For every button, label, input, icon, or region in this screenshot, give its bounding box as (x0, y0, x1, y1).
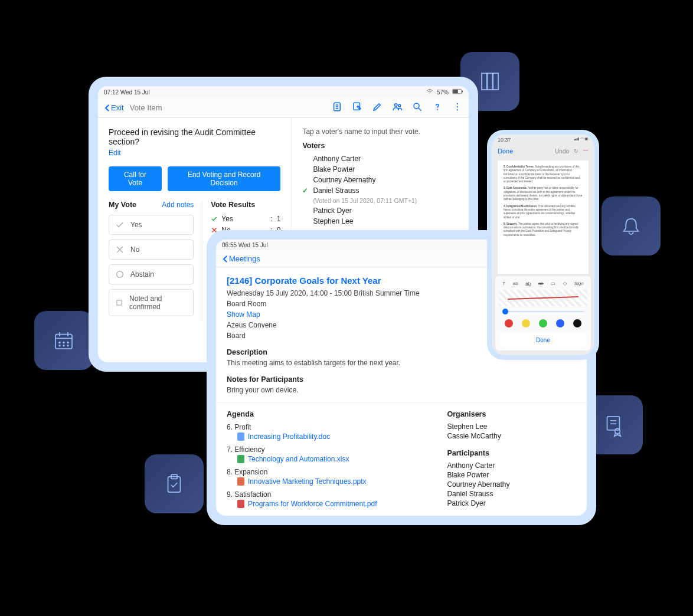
result-count: 1 (277, 215, 281, 223)
svg-point-34 (457, 109, 458, 110)
agenda-file-name: Programs for Workforce Commitment.pdf (248, 500, 377, 508)
vote-results-heading: Vote Results (211, 201, 255, 209)
voters-hint: Tap a voter's name to input their vote. (302, 127, 458, 136)
radio-icon (115, 270, 125, 279)
squiggle-icon[interactable]: 〰 (583, 148, 589, 154)
file-type-icon (237, 477, 244, 486)
annotation-done-button[interactable]: Done (499, 333, 587, 347)
nav-bar: Exit Vote Item (98, 98, 469, 118)
back-label: Exit (111, 103, 124, 112)
note-edit-icon[interactable] (352, 101, 362, 114)
voter-row[interactable]: Stephen Lee (302, 216, 458, 227)
notes-text: Bring your own device. (227, 385, 576, 395)
color-swatch[interactable] (556, 319, 564, 327)
color-swatch[interactable] (505, 319, 513, 327)
phone-undo-button[interactable]: Undo (555, 148, 569, 155)
svg-rect-47 (586, 138, 588, 140)
participant-name: Anthony Carter (447, 461, 576, 470)
svg-rect-1 (488, 73, 493, 90)
agenda-file-name: Increasing Profitability.doc (248, 432, 330, 441)
svg-point-13 (67, 342, 68, 343)
add-notes-link[interactable]: Add notes (162, 201, 194, 209)
help-icon[interactable] (432, 101, 443, 114)
search-icon[interactable] (412, 101, 423, 114)
voter-name: Daniel Strauss (313, 186, 359, 195)
more-icon[interactable] (452, 101, 463, 114)
x-outline-icon (115, 245, 125, 254)
voter-row[interactable]: Blake Powter (302, 164, 458, 175)
tool-sign[interactable]: Sign (574, 281, 584, 286)
participants-heading: Participants (447, 449, 576, 457)
color-swatch[interactable] (522, 319, 530, 327)
voter-row[interactable]: Patrick Dyer (302, 205, 458, 216)
vote-option-yes[interactable]: Yes (109, 215, 194, 235)
color-swatch[interactable] (539, 319, 547, 327)
square-icon (115, 298, 123, 307)
end-voting-button[interactable]: End Voting and Record Decision (168, 166, 281, 191)
agenda-item: 7. Efficiency Technology and Automation.… (227, 444, 429, 463)
phone-status-icons (574, 137, 589, 143)
tool-ab3[interactable]: ab (538, 281, 544, 286)
result-row-yes: Yes : 1 (211, 215, 280, 223)
status-bar: 07:12 Wed 15 Jul 57% (98, 86, 469, 98)
certificate-icon (601, 412, 626, 437)
call-for-vote-button[interactable]: Call for Vote (109, 166, 162, 191)
back-label: Meetings (229, 254, 260, 263)
clipboard-icon (162, 471, 187, 496)
svg-point-16 (67, 345, 68, 346)
document-icon[interactable] (332, 101, 342, 114)
svg-rect-44 (577, 138, 578, 140)
phone-screen: 10:37 Done Undo ↻ 〰 2. Confidentiality T… (492, 135, 594, 355)
nav-icons (332, 101, 463, 114)
agenda-heading: Agenda (227, 410, 429, 418)
color-swatch[interactable] (573, 319, 581, 327)
status-time: 07:12 Wed 15 Jul (104, 89, 150, 96)
phone-document[interactable]: 2. Confidentiality Terms. Notwithstandin… (498, 160, 589, 274)
pencil-icon[interactable] (372, 101, 383, 114)
edit-link[interactable]: Edit (109, 149, 280, 157)
agenda-file-link[interactable]: Programs for Workforce Commitment.pdf (227, 500, 429, 508)
voter-row[interactable]: ✓Daniel Strauss (302, 185, 458, 196)
tool-note-icon[interactable]: ▭ (551, 281, 555, 286)
vote-option-label: Yes (130, 221, 142, 229)
phone-done-button[interactable]: Done (498, 148, 513, 155)
back-button[interactable]: Meetings (222, 254, 260, 263)
agenda-label: 8. Expansion (227, 467, 429, 477)
voter-name: Anthony Carter (313, 155, 361, 163)
voters-heading: Voters (302, 142, 458, 150)
voter-name: Patrick Dyer (313, 207, 351, 215)
voter-name: Blake Powter (313, 165, 355, 173)
voter-row[interactable]: Courtney Abernathy (302, 175, 458, 185)
vote-option-noted[interactable]: Noted and confirmed (109, 289, 194, 316)
svg-rect-43 (576, 139, 577, 140)
svg-point-14 (59, 345, 60, 346)
tool-tag-icon[interactable]: ◇ (563, 281, 567, 286)
file-type-icon (237, 432, 244, 441)
vote-option-no[interactable]: No (109, 240, 194, 260)
svg-point-33 (457, 106, 458, 107)
agenda-file-link[interactable]: Increasing Profitability.doc (227, 432, 429, 441)
vote-option-label: Abstain (130, 270, 154, 278)
battery-pct: 57% (437, 89, 449, 96)
people-icon[interactable] (392, 101, 403, 114)
tool-ab2[interactable]: ab (525, 281, 531, 286)
tool-text-icon[interactable]: T (502, 281, 505, 286)
svg-point-28 (398, 104, 401, 107)
svg-point-15 (63, 345, 64, 346)
participant-name: Patrick Dyer (447, 499, 576, 508)
participant-name: Daniel Strauss (447, 489, 576, 499)
tool-ab1[interactable]: ab (513, 281, 518, 286)
svg-rect-21 (462, 91, 463, 93)
voter-row[interactable]: Anthony Carter (302, 153, 458, 164)
agenda-file-link[interactable]: Innovative Marketing Techniques.pptx (227, 477, 429, 486)
redo-icon[interactable]: ↻ (574, 148, 578, 154)
participant-name: Blake Powter (447, 470, 576, 480)
participant-name: Courtney Abernathy (447, 480, 576, 489)
agenda-file-link[interactable]: Technology and Automation.xlsx (227, 455, 429, 463)
vote-option-abstain[interactable]: Abstain (109, 264, 194, 284)
scribble-area[interactable] (499, 290, 587, 306)
stroke-width-slider[interactable] (502, 311, 584, 312)
result-label: Yes (221, 215, 233, 223)
binders-icon (478, 69, 502, 94)
back-button[interactable]: Exit (104, 103, 124, 112)
